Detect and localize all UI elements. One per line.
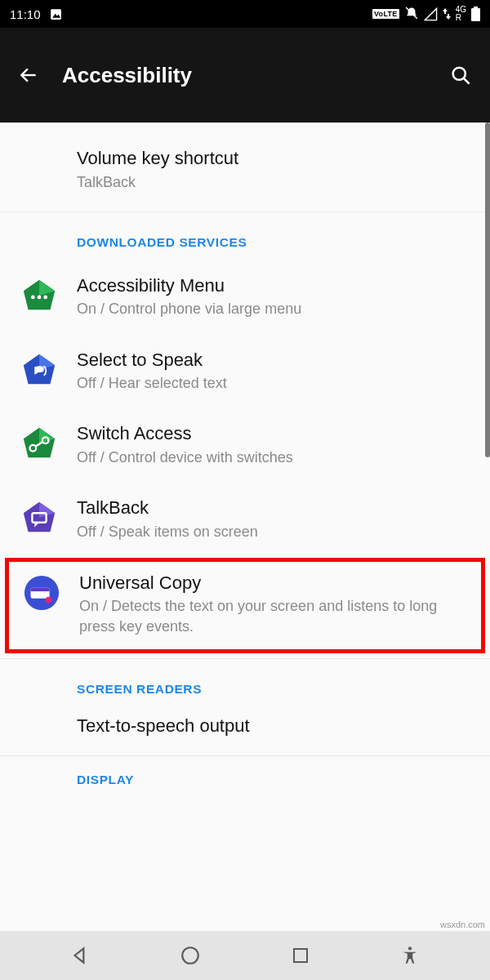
- svg-marker-3: [443, 8, 448, 14]
- svg-point-31: [183, 947, 199, 964]
- service-universal-copy[interactable]: Universal Copy On / Detects the text on …: [5, 558, 485, 653]
- talkback-icon: [20, 499, 58, 537]
- accessibility-menu-icon: [20, 277, 58, 314]
- universal-copy-icon: [23, 574, 60, 612]
- content-area: Volume key shortcut TalkBack DOWNLOADED …: [0, 122, 490, 797]
- svg-marker-4: [446, 14, 451, 20]
- data-arrows-icon: [443, 8, 451, 20]
- select-to-speak-icon: [20, 351, 58, 389]
- row-title: Accessibility Menu: [77, 274, 470, 297]
- svg-point-14: [43, 295, 47, 299]
- row-subtitle: Off / Control device with switches: [77, 448, 470, 467]
- row-title: Universal Copy: [79, 572, 468, 595]
- row-subtitle: Off / Speak items on screen: [77, 522, 470, 541]
- section-screen-readers: SCREEN READERS: [0, 659, 490, 706]
- battery-icon: [471, 7, 480, 21]
- nav-home-icon[interactable]: [180, 945, 201, 966]
- row-subtitle: Off / Hear selected text: [77, 373, 470, 393]
- svg-point-33: [408, 947, 412, 950]
- svg-marker-30: [74, 948, 83, 962]
- back-icon[interactable]: [18, 65, 39, 86]
- page-title: Accessibility: [62, 63, 426, 88]
- section-display: DISPLAY: [0, 756, 490, 797]
- section-downloaded-services: DOWNLOADED SERVICES: [0, 212, 490, 260]
- svg-rect-5: [471, 8, 480, 21]
- svg-line-9: [464, 78, 469, 83]
- row-title: Text-to-speech output: [77, 715, 470, 737]
- svg-point-29: [46, 597, 52, 604]
- svg-point-12: [31, 295, 35, 299]
- status-bar: 11:10 VoLTE 4GR: [0, 0, 490, 28]
- row-title: TalkBack: [77, 497, 470, 519]
- setting-text-to-speech[interactable]: Text-to-speech output: [0, 706, 490, 741]
- search-icon[interactable]: [449, 64, 472, 87]
- row-subtitle: On / Control phone via large menu: [77, 299, 470, 318]
- svg-rect-0: [51, 9, 61, 20]
- switch-access-icon: [20, 425, 58, 462]
- nav-recent-icon[interactable]: [291, 946, 310, 965]
- network-label: 4GR: [456, 6, 466, 22]
- row-title: Switch Access: [77, 422, 470, 445]
- bell-off-icon: [404, 7, 419, 21]
- svg-rect-6: [474, 7, 478, 8]
- service-accessibility-menu[interactable]: Accessibility Menu On / Control phone vi…: [0, 260, 490, 334]
- nav-back-icon[interactable]: [69, 945, 91, 966]
- svg-point-13: [38, 295, 42, 299]
- volte-icon: VoLTE: [372, 9, 399, 19]
- scroll-indicator[interactable]: [485, 122, 490, 457]
- nav-accessibility-icon[interactable]: [399, 945, 421, 966]
- row-subtitle: TalkBack: [77, 172, 470, 192]
- status-time: 11:10: [10, 7, 41, 21]
- app-bar: Accessibility: [0, 28, 490, 122]
- setting-volume-key-shortcut[interactable]: Volume key shortcut TalkBack: [0, 122, 490, 212]
- svg-point-8: [453, 68, 466, 80]
- service-switch-access[interactable]: Switch Access Off / Control device with …: [0, 408, 490, 482]
- watermark: wsxdn.com: [440, 920, 485, 929]
- service-talkback[interactable]: TalkBack Off / Speak items on screen: [0, 482, 490, 556]
- svg-rect-32: [294, 949, 307, 962]
- signal-icon: [424, 7, 438, 21]
- row-title: Volume key shortcut: [77, 147, 470, 170]
- service-select-to-speak[interactable]: Select to Speak Off / Hear selected text: [0, 334, 490, 408]
- row-title: Select to Speak: [77, 349, 470, 372]
- navigation-bar: [0, 931, 490, 980]
- svg-rect-28: [31, 587, 50, 591]
- picture-icon: [49, 7, 63, 21]
- row-subtitle: On / Detects the text on your screen and…: [79, 596, 468, 636]
